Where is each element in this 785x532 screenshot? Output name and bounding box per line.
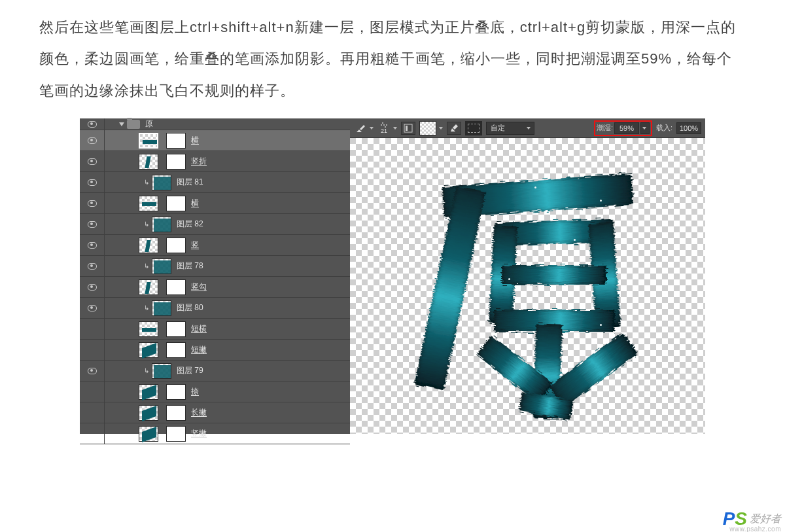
svg-point-0	[383, 124, 385, 126]
layer-row[interactable]: 竖撇	[80, 423, 350, 444]
clip-arrow-icon: ↳	[144, 367, 149, 374]
layer-name[interactable]: 捺	[191, 386, 199, 397]
layer-mask-thumbnail[interactable]	[166, 405, 186, 421]
layer-thumbnail[interactable]	[139, 196, 158, 211]
mode-dropdown[interactable]: 自定	[486, 122, 534, 135]
layer-mask-thumbnail[interactable]	[166, 196, 186, 211]
clip-arrow-icon: ↳	[144, 304, 149, 311]
layer-mask-thumbnail[interactable]	[166, 321, 186, 337]
layer-name[interactable]: 竖撇	[191, 428, 207, 439]
layer-thumbnail[interactable]	[139, 321, 158, 337]
layer-name[interactable]: 竖	[191, 239, 199, 251]
layer-mask-thumbnail[interactable]	[166, 279, 186, 295]
layer-name[interactable]: 横	[191, 198, 199, 209]
layer-row[interactable]: ↳图层 79	[80, 361, 350, 381]
layer-row[interactable]: ↳图层 80	[80, 298, 350, 319]
visibility-toggle[interactable]	[80, 214, 105, 234]
layer-row[interactable]: ↳图层 78	[80, 256, 350, 277]
layer-name[interactable]: 短撇	[191, 344, 207, 355]
layer-row[interactable]: 短横	[80, 319, 350, 340]
svg-point-3	[382, 122, 383, 124]
photoshop-screenshot: 原 横竖折↳图层 81横↳图层 82竖↳图层 78竖勾↳图层 80短横短撇↳图层…	[80, 118, 705, 434]
layer-thumbnail[interactable]	[139, 426, 158, 442]
layer-mask-thumbnail[interactable]	[166, 154, 186, 169]
layer-name[interactable]: 图层 80	[177, 302, 203, 313]
layer-row[interactable]: ↳图层 81	[80, 172, 350, 193]
layer-name[interactable]: 图层 78	[177, 260, 203, 272]
layer-row[interactable]: 捺	[80, 381, 350, 402]
layer-row[interactable]: 横	[80, 193, 350, 214]
eye-icon	[88, 263, 97, 270]
layer-row[interactable]: 长撇	[80, 402, 350, 423]
layer-name[interactable]: 短横	[191, 323, 207, 334]
layer-thumbnail[interactable]	[152, 217, 171, 232]
layer-row[interactable]: ↳图层 82	[80, 214, 350, 235]
layer-thumbnail[interactable]	[152, 258, 171, 274]
layer-thumbnail[interactable]	[139, 342, 158, 358]
visibility-toggle[interactable]	[80, 235, 105, 255]
visibility-toggle[interactable]	[80, 277, 105, 297]
layer-name[interactable]: 竖折	[191, 156, 207, 167]
eye-icon	[88, 158, 97, 165]
brush-panel-toggle[interactable]	[401, 122, 415, 135]
canvas-area[interactable]	[350, 138, 705, 434]
dropdown-caret-icon[interactable]	[393, 127, 397, 130]
layer-name[interactable]: 图层 82	[177, 219, 203, 230]
layer-mask-thumbnail[interactable]	[166, 238, 186, 253]
dropdown-caret-icon[interactable]	[370, 127, 374, 130]
visibility-toggle[interactable]	[80, 423, 105, 444]
layer-name[interactable]: 横	[191, 135, 199, 146]
visibility-toggle[interactable]	[80, 172, 105, 192]
load-value-field[interactable]: 100%	[676, 122, 701, 134]
layer-thumbnail[interactable]	[139, 238, 158, 253]
layer-row[interactable]: 竖	[80, 235, 350, 256]
layer-thumbnail[interactable]	[139, 279, 158, 295]
eye-icon	[88, 242, 97, 249]
brush-character-art	[404, 160, 652, 422]
layer-thumbnail[interactable]	[152, 363, 171, 379]
layer-thumbnail[interactable]	[152, 175, 171, 190]
eraser-icon[interactable]	[465, 121, 482, 135]
layer-thumbnail[interactable]	[139, 154, 158, 169]
layer-row[interactable]: 竖折	[80, 151, 350, 172]
layer-mask-thumbnail[interactable]	[166, 426, 186, 442]
visibility-toggle[interactable]	[80, 130, 105, 151]
visibility-toggle[interactable]	[80, 361, 105, 381]
layer-row[interactable]: 横	[80, 130, 350, 151]
wet-value-field[interactable]: 59%	[614, 122, 639, 134]
folder-icon	[127, 120, 140, 129]
layer-mask-thumbnail[interactable]	[166, 384, 186, 400]
brush-preset-icon[interactable]: 21	[377, 122, 391, 135]
visibility-toggle[interactable]	[80, 118, 105, 130]
layer-mask-thumbnail[interactable]	[166, 342, 186, 358]
visibility-toggle[interactable]	[80, 340, 105, 360]
visibility-toggle[interactable]	[80, 402, 105, 423]
layer-name[interactable]: 图层 79	[177, 365, 203, 376]
dropdown-caret-icon[interactable]	[439, 127, 443, 130]
layer-thumbnail[interactable]	[139, 405, 158, 421]
svg-rect-6	[406, 126, 408, 131]
brush-edit-icon[interactable]	[447, 122, 461, 135]
layer-thumbnail[interactable]	[152, 300, 171, 316]
layer-mask-thumbnail[interactable]	[166, 133, 186, 149]
visibility-toggle[interactable]	[80, 256, 105, 276]
visibility-toggle[interactable]	[80, 193, 105, 213]
brush-tool-icon[interactable]	[354, 122, 367, 135]
layer-thumbnail[interactable]	[139, 133, 158, 149]
twist-down-icon[interactable]	[119, 122, 124, 126]
layer-thumbnail[interactable]	[139, 384, 158, 400]
wet-dropdown-arrow[interactable]	[640, 122, 650, 134]
layer-group-row[interactable]: 原	[80, 118, 350, 130]
load-label: 载入:	[656, 123, 672, 133]
texture-thumb[interactable]	[419, 121, 436, 135]
layer-row[interactable]: 竖勾	[80, 277, 350, 298]
layer-name[interactable]: 竖勾	[191, 281, 207, 293]
layer-row[interactable]: 短撇	[80, 340, 350, 361]
visibility-toggle[interactable]	[80, 319, 105, 339]
visibility-toggle[interactable]	[80, 381, 105, 402]
layer-name[interactable]: 图层 81	[177, 177, 203, 188]
visibility-toggle[interactable]	[80, 298, 105, 318]
eye-icon	[88, 121, 97, 128]
layer-name[interactable]: 长撇	[191, 407, 207, 418]
visibility-toggle[interactable]	[80, 151, 105, 171]
